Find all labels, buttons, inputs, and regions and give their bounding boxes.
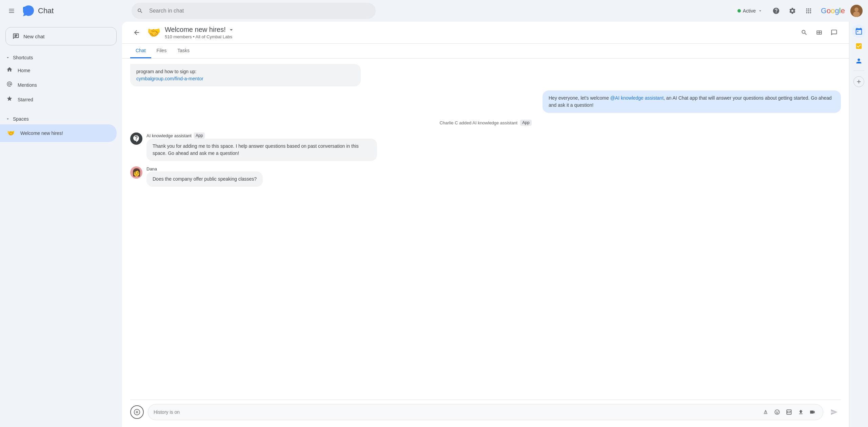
settings-button[interactable] [786,4,799,18]
sidebar-item-mentions[interactable]: Mentions [0,78,117,92]
back-button[interactable] [130,26,143,39]
chat-search-button[interactable] [797,26,811,39]
chat-title-dropdown-icon[interactable] [228,26,235,33]
dana-sender-name: Dana [146,166,263,171]
home-label: Home [18,68,30,73]
send-button[interactable] [827,405,841,419]
sidebar-item-welcome-space[interactable]: 🤝 Welcome new hires! [0,124,117,142]
format-text-icon [763,409,769,415]
dana-name-text: Dana [146,166,157,171]
shortcuts-label: Shortcuts [13,55,33,60]
message-text-before-2: Hey everyone, let's welcome [549,95,610,101]
new-chat-label: New chat [23,34,45,39]
help-button[interactable] [769,4,783,18]
ai-app-badge: App [194,133,205,139]
input-actions [761,407,817,418]
new-chat-icon [13,33,19,40]
upload-button[interactable] [796,407,806,417]
ai-name-text: AI knowledge assistant [146,133,192,138]
message-bubble-1: program and how to sign up: cymbalgroup.… [130,64,361,86]
message-group-4: AI knowledge assistant App Thank you for… [130,133,841,161]
rs-add-icon [856,79,862,85]
tasks-icon [855,42,863,50]
chat-subtitle: 510 members • All of Cymbal Labs [165,34,793,39]
rs-contacts-button[interactable] [852,54,866,68]
search-input[interactable] [132,3,376,19]
rs-add-button[interactable] [853,76,864,87]
ai-message-content: AI knowledge assistant App Thank you for… [146,133,377,161]
home-icon [5,66,14,74]
mentions-label: Mentions [18,82,37,88]
add-attachment-icon [134,409,140,415]
message-input-wrap [148,404,823,420]
input-area [122,400,849,427]
panel-button[interactable] [812,26,826,39]
send-icon [830,408,838,416]
chat-logo-icon [22,4,35,18]
tab-tasks[interactable]: Tasks [172,44,195,58]
message-input[interactable] [154,409,761,415]
thread-icon [831,29,837,36]
shortcuts-chevron-icon [5,55,10,60]
spaces-section-header[interactable]: Spaces [0,114,117,124]
add-attachment-button[interactable] [130,405,144,419]
top-bar-right: Active Google [733,4,863,18]
chat-thread-button[interactable] [827,26,841,39]
system-message-3: Charlie C added AI knowledge assistant A… [130,117,841,128]
user-avatar[interactable] [850,5,863,17]
message-group-1: program and how to sign up: cymbalgroup.… [130,64,841,86]
chat-area: 🤝 Welcome new hires! 510 members • All o… [122,22,849,427]
rs-calendar-button[interactable] [852,24,866,38]
avatar-image [850,5,863,17]
contacts-icon [855,57,863,65]
message-group-2: Hey everyone, let's welcome @AI knowledg… [130,90,841,113]
emoji-button[interactable] [772,407,782,417]
message-bubble-5: Does the company offer public speaking c… [146,171,263,187]
chat-emoji: 🤝 [147,26,161,39]
app-badge-3: App [520,120,531,126]
new-chat-button[interactable]: New chat [5,27,117,45]
gif-button[interactable] [784,407,794,418]
chat-title-text: Welcome new hires! [165,26,226,34]
member-count: 510 members [165,34,192,39]
message-group-5: 👩 Dana Does the company offer public spe… [130,166,841,187]
video-call-button[interactable] [807,407,817,417]
status-button[interactable]: Active [733,5,767,16]
dana-message-content: Dana Does the company offer public speak… [146,166,263,187]
upload-icon [798,409,804,415]
dana-avatar: 👩 [130,166,142,179]
message-link-1[interactable]: cymbalgroup.com/find-a-mentor [136,76,203,81]
svg-point-6 [853,12,860,17]
mention-ai: @AI knowledge assistant [610,95,664,101]
message-bubble-2: Hey everyone, let's welcome @AI knowledg… [542,90,841,113]
shortcuts-section-header[interactable]: Shortcuts [0,52,117,63]
right-sidebar [849,22,868,427]
ai-sender-name: AI knowledge assistant App [146,133,377,139]
svg-point-5 [854,7,859,12]
sidebar-item-home[interactable]: Home [0,63,117,78]
status-label: Active [743,8,756,14]
ai-avatar [130,133,142,145]
tab-chat[interactable]: Chat [130,44,151,58]
message-text-5: Does the company offer public speaking c… [153,176,257,182]
message-text-4: Thank you for adding me to this space. I… [153,143,359,156]
rs-tasks-button[interactable] [852,39,866,53]
svg-rect-8 [857,31,858,32]
starred-label: Starred [18,97,33,102]
google-wordmark: Google [821,6,845,15]
sidebar-item-starred[interactable]: Starred [0,92,117,107]
settings-icon [789,7,796,15]
format-text-button[interactable] [761,407,771,417]
hamburger-button[interactable] [5,5,18,17]
spaces-section: Spaces 🤝 Welcome new hires! [0,114,122,142]
chat-title: Welcome new hires! [165,26,793,34]
apps-button[interactable] [802,4,815,18]
chat-tabs: Chat Files Tasks [122,44,849,59]
message-text-1: program and how to sign up: cymbalgroup.… [136,69,203,81]
spaces-label: Spaces [13,116,29,122]
tab-files[interactable]: Files [151,44,172,58]
org-label: All of Cymbal Labs [196,34,232,39]
messages-area: program and how to sign up: cymbalgroup.… [122,59,849,400]
back-icon [133,29,140,36]
emoji-icon [774,409,780,415]
